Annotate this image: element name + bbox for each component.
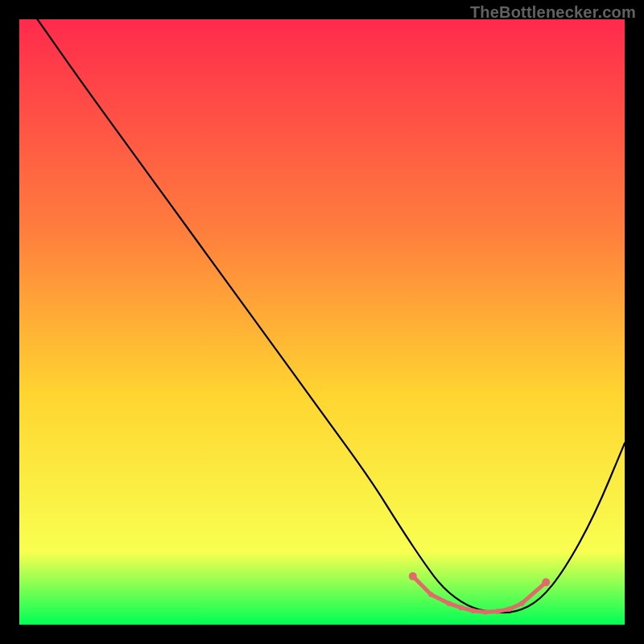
plot-area xyxy=(19,19,625,625)
marker-dot xyxy=(542,578,550,586)
chart-frame: TheBottlenecker.com xyxy=(0,0,644,644)
marker-dot xyxy=(428,592,433,597)
marker-dot xyxy=(471,609,476,613)
marker-dot xyxy=(409,572,417,580)
chart-svg xyxy=(19,19,625,625)
marker-dot xyxy=(483,609,488,614)
marker-dot xyxy=(507,606,512,611)
marker-dot xyxy=(519,601,524,605)
marker-dot xyxy=(459,605,464,610)
marker-dot xyxy=(495,609,500,613)
marker-dot xyxy=(447,601,452,605)
gradient-background xyxy=(19,19,625,625)
